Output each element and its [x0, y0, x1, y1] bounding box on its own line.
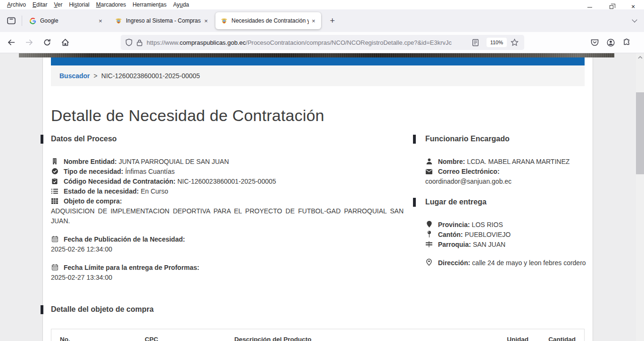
calendar-icon: [51, 236, 58, 242]
table-header-descripcion: Descripción del Producto: [234, 336, 477, 341]
firefox-view-button[interactable]: [4, 13, 19, 28]
tab-ingreso-sistema[interactable]: Ingreso al Sistema - Compras Pú ×: [110, 12, 214, 29]
map-marker-icon: [425, 221, 433, 227]
field-direccion: Dirección:calle 24 de mayo y leon febres…: [425, 258, 586, 268]
field-correo-label: Correo Electrónico:: [425, 167, 586, 177]
shield-icon[interactable]: [125, 39, 132, 46]
section-marker: [413, 135, 416, 144]
page-viewport: Buscador > NIC-1260023860001-2025-00005 …: [0, 53, 644, 341]
ecuador-favicon: [220, 17, 228, 24]
reload-button[interactable]: [40, 35, 55, 50]
section-heading: Lugar de entrega: [425, 197, 586, 207]
header-blue-bar: [51, 57, 585, 65]
url-text[interactable]: https://www.compraspublicas.gob.ec/Proce…: [147, 39, 472, 46]
back-button[interactable]: [4, 35, 19, 50]
tab-google[interactable]: Google ×: [24, 12, 108, 29]
restore-icon: [610, 5, 613, 9]
location-outline-icon: [425, 259, 433, 266]
menu-marcadores[interactable]: Marcadores: [93, 0, 129, 9]
navigation-toolbar: https://www.compraspublicas.gob.ec/Proce…: [0, 32, 644, 53]
tab-separator: [22, 16, 22, 26]
back-icon: [7, 39, 16, 46]
scrollbar-up-button[interactable]: [636, 53, 644, 61]
field-fecha-limite-label: Fecha Límite para la entrega de Proforma…: [51, 263, 404, 273]
menu-historial[interactable]: Historial: [66, 0, 92, 9]
url-fade: [451, 39, 472, 46]
tab-bar: Google × Ingreso al Sistema - Compras Pú…: [0, 9, 644, 32]
breadcrumb-separator: >: [94, 72, 98, 80]
vertical-scrollbar[interactable]: [636, 53, 644, 341]
url-bar[interactable]: https://www.compraspublicas.gob.ec/Proce…: [121, 35, 524, 50]
hero-photo-strip: [19, 53, 614, 57]
detalle-objeto-table: No. CPC Descripción del Producto Unidad …: [51, 329, 585, 341]
firefox-view-icon: [7, 17, 16, 24]
menu-ayuda[interactable]: Ayuda: [170, 0, 192, 9]
tab-close-button[interactable]: ×: [309, 16, 318, 25]
forward-icon: [25, 39, 33, 46]
window-controls: ×: [579, 0, 644, 13]
restore-button[interactable]: [601, 0, 622, 13]
field-codigo-necesidad: Código Necesidad de Contratación:NIC-126…: [51, 177, 404, 187]
section-marker: [41, 305, 43, 314]
section-marker: [41, 135, 43, 144]
calendar-icon: [51, 264, 58, 270]
field-funcionario-nombre: Nombre:LCDA. MABEL ARANA MARTINEZ: [425, 157, 586, 167]
menu-herramientas[interactable]: Herramientas: [129, 0, 170, 9]
table-header-no: No.: [60, 336, 145, 341]
minimize-icon: [587, 7, 592, 8]
new-tab-button[interactable]: +: [326, 14, 339, 27]
field-objeto-compra-label: Objeto de compra:: [51, 196, 404, 206]
scrollbar-thumb[interactable]: [636, 92, 644, 174]
envelope-icon: [425, 169, 433, 174]
close-window-button[interactable]: ×: [622, 0, 644, 13]
zoom-level-indicator[interactable]: 110%: [487, 38, 507, 47]
field-canton: Cantón:PUEBLOVIEJO: [425, 230, 586, 240]
bookmark-star-icon[interactable]: [511, 39, 519, 46]
page-title: Detalle de Necesidad de Contratación: [51, 106, 324, 125]
forward-button[interactable]: [22, 35, 37, 50]
reload-icon: [43, 39, 51, 46]
list-all-tabs-button[interactable]: [629, 15, 640, 26]
minimize-button[interactable]: [579, 0, 601, 13]
field-fecha-publicacion-label: Fecha de Publicación de la Necesidad:: [51, 235, 404, 244]
building-icon: [51, 158, 58, 164]
menu-bar: Archivo Editar Ver Historial Marcadores …: [0, 0, 644, 9]
url-path: /ProcesoContratacion/compras/NCO/NCORegi…: [246, 39, 452, 46]
close-icon: ×: [631, 3, 635, 10]
menu-editar[interactable]: Editar: [29, 0, 50, 9]
tab-necesidades-contratacion[interactable]: Necesidades de Contratación y ×: [215, 12, 321, 29]
field-provincia: Provincia:LOS RIOS: [425, 220, 586, 230]
tab-label: Necesidades de Contratación y: [231, 17, 309, 24]
map-pin-icon: [425, 231, 433, 237]
list-icon: [51, 188, 58, 194]
check-circle-icon: [51, 168, 58, 174]
field-correo-value: coordinador@sanjuan.gob.ec: [425, 177, 586, 187]
field-parroquia: Parroquia:SAN JUAN: [425, 240, 586, 250]
section-lugar-entrega: Lugar de entrega Provincia:LOS RIOS Cant…: [425, 197, 586, 268]
chevron-down-icon: [632, 17, 637, 22]
field-estado-necesidad: Estado de la necesidad:En Curso: [51, 187, 404, 196]
breadcrumb-link-buscador[interactable]: Buscador: [59, 72, 90, 80]
extensions-icon[interactable]: [623, 39, 630, 46]
pocket-icon[interactable]: [591, 39, 599, 46]
ecuador-favicon: [115, 17, 122, 24]
tab-close-button[interactable]: ×: [96, 16, 105, 25]
table-header-cpc: CPC: [145, 336, 234, 341]
reader-mode-icon[interactable]: [472, 39, 479, 46]
field-tipo-necesidad: Tipo de necesidad:Ínfimas Cuantías: [51, 167, 404, 177]
section-datos-proceso: Datos del Proceso Nombre Entidad:JUNTA P…: [51, 134, 404, 283]
menu-archivo[interactable]: Archivo: [4, 0, 29, 9]
home-button[interactable]: [58, 35, 73, 50]
section-heading: Datos del Proceso: [51, 134, 404, 144]
table-icon: [51, 198, 58, 204]
account-icon[interactable]: [607, 39, 615, 47]
toolbar-right-icons: [591, 35, 640, 50]
signpost-icon: [425, 241, 433, 247]
field-fecha-publicacion-value: 2025-02-26 12:34:00: [51, 244, 404, 254]
lock-icon[interactable]: [137, 39, 142, 46]
section-funcionario-encargado: Funcionario Encargado Nombre:LCDA. MABEL…: [425, 134, 586, 187]
menu-ver[interactable]: Ver: [50, 0, 66, 9]
tab-label: Google: [40, 17, 96, 24]
table-header-cantidad: Cantidad: [528, 336, 576, 341]
tab-close-button[interactable]: ×: [201, 16, 211, 25]
